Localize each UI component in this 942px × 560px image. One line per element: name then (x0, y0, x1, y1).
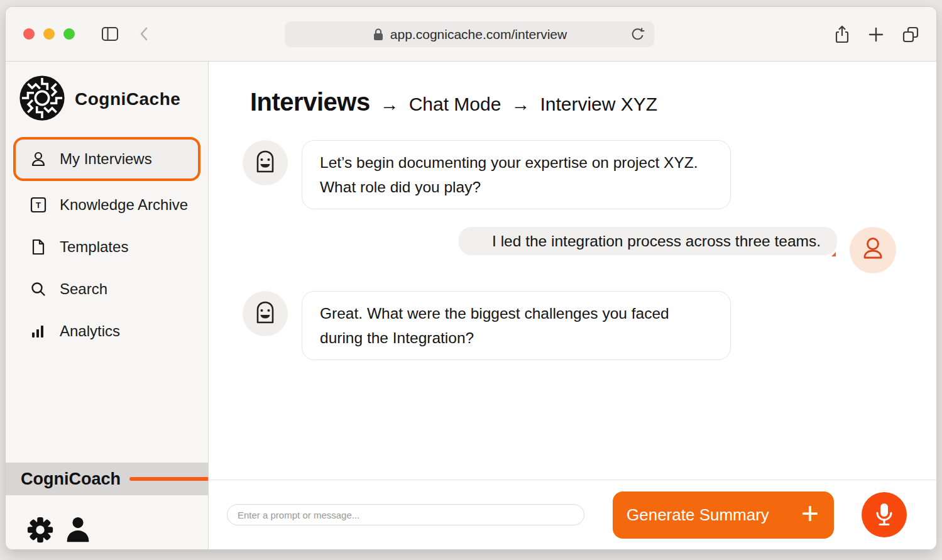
bubble-tail (831, 252, 836, 256)
breadcrumb-arrow-icon: → (511, 94, 530, 115)
back-icon[interactable] (139, 26, 149, 41)
breadcrumb: Interviews → Chat Mode → Interview XYZ (209, 88, 936, 116)
microphone-button[interactable] (862, 492, 907, 537)
bot-message-bubble: Let’s begin documenting your expertise o… (302, 140, 731, 209)
bot-message-row: Let’s begin documenting your expertise o… (209, 140, 936, 209)
sidebar-item-label: My Interviews (60, 150, 152, 168)
ghost-smiley-icon (250, 146, 280, 179)
svg-text:T: T (36, 200, 41, 210)
brand-logo-icon (18, 74, 66, 124)
toolbar-actions (833, 7, 920, 62)
archive-t-icon: T (30, 196, 47, 214)
minimize-button[interactable] (43, 28, 55, 40)
user-avatar (850, 227, 896, 273)
composer-bar: Generate Summary + (209, 480, 936, 549)
page-title: Interviews (250, 88, 370, 116)
cognicoach-banner[interactable]: CogniCoach (6, 463, 208, 495)
bot-avatar (243, 291, 288, 336)
app-body: CogniCache My Interviews (6, 62, 936, 549)
sidebar-item-label: Search (60, 280, 107, 298)
cognicoach-label: CogniCoach (21, 469, 121, 489)
sidebar-item-search[interactable]: Search (13, 268, 200, 310)
sidebar-item-label: Templates (60, 238, 128, 256)
document-icon (30, 238, 47, 256)
breadcrumb-chat-mode[interactable]: Chat Mode (409, 94, 501, 115)
plus-icon: + (801, 498, 819, 529)
sidebar-footer (6, 495, 208, 549)
share-icon[interactable] (833, 25, 851, 45)
tab-overview-icon[interactable] (901, 25, 920, 44)
generate-summary-button[interactable]: Generate Summary + (613, 491, 834, 539)
brand-header: CogniCache (6, 62, 208, 135)
bar-chart-icon (30, 322, 47, 340)
bot-message-row: Great. What were the biggest challenges … (209, 291, 936, 360)
bot-avatar (243, 140, 288, 185)
chat-content: Interviews → Chat Mode → Interview XYZ (209, 62, 936, 480)
brand-name: CogniCache (75, 89, 180, 109)
user-message-row: I led the integration process across thr… (209, 227, 936, 273)
user-person-icon (859, 235, 887, 265)
main-panel: Interviews → Chat Mode → Interview XYZ (209, 62, 936, 549)
microphone-icon (872, 501, 896, 529)
sidebar-toggle-icon[interactable] (101, 26, 119, 42)
sidebar-nav: My Interviews T Knowledge Archive (6, 135, 208, 352)
close-button[interactable] (23, 28, 35, 40)
person-icon (30, 150, 47, 168)
breadcrumb-interview-xyz[interactable]: Interview XYZ (540, 94, 657, 115)
sidebar-item-templates[interactable]: Templates (13, 226, 200, 268)
cognicoach-accent-line (129, 477, 208, 481)
sidebar-item-my-interviews[interactable]: My Interviews (13, 137, 200, 181)
zoom-button[interactable] (63, 28, 75, 40)
message-list: Let’s begin documenting your expertise o… (209, 140, 936, 360)
reload-icon[interactable] (630, 27, 645, 42)
new-tab-icon[interactable] (867, 26, 885, 43)
window-controls (23, 28, 75, 40)
sidebar-item-label: Knowledge Archive (60, 196, 188, 214)
search-icon (30, 280, 47, 298)
browser-window: app.cognicache.com/interview (5, 6, 937, 550)
sidebar-item-knowledge-archive[interactable]: T Knowledge Archive (13, 184, 200, 226)
prompt-input[interactable] (227, 504, 584, 525)
breadcrumb-arrow-icon: → (380, 94, 399, 115)
gear-icon[interactable] (26, 515, 55, 547)
sidebar-item-analytics[interactable]: Analytics (13, 310, 200, 352)
url-text: app.cognicache.com/interview (390, 27, 567, 42)
sidebar-item-label: Analytics (60, 322, 120, 340)
lock-icon (372, 28, 385, 41)
ghost-smiley-icon (250, 297, 280, 330)
user-message-text: I led the integration process across thr… (492, 231, 821, 251)
bot-message-bubble: Great. What were the biggest challenges … (302, 291, 731, 360)
address-bar[interactable]: app.cognicache.com/interview (285, 21, 654, 47)
browser-toolbar: app.cognicache.com/interview (6, 7, 936, 62)
user-message-bubble: I led the integration process across thr… (459, 227, 837, 255)
account-icon[interactable] (63, 515, 92, 547)
generate-summary-label: Generate Summary (627, 505, 769, 525)
sidebar: CogniCache My Interviews (6, 62, 209, 549)
